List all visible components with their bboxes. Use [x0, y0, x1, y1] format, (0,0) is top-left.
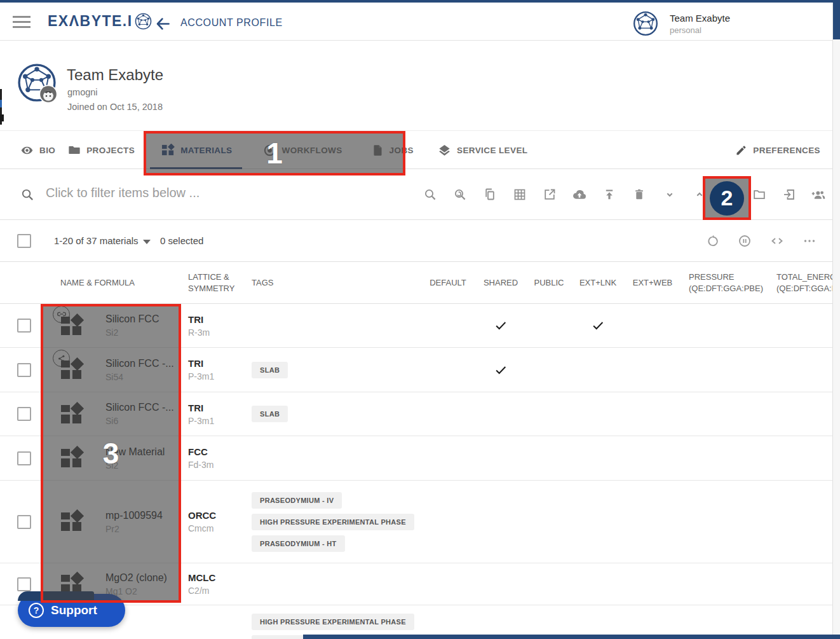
- lattice-type: ORCC: [188, 510, 242, 521]
- check-icon: [494, 319, 508, 333]
- tag-chip: HIGH PRESSURE EXPERIMENTAL PHASE: [252, 614, 414, 630]
- col-pressure[interactable]: PRESSURE (QE:DFT:GGA:PBE): [682, 271, 769, 294]
- col-default[interactable]: DEFAULT: [420, 277, 476, 289]
- search-icon[interactable]: [422, 186, 438, 203]
- annotation-number: 1: [266, 136, 283, 170]
- col-shared[interactable]: SHARED: [476, 277, 525, 289]
- tab-projects[interactable]: PROJECTS: [68, 144, 135, 156]
- account-avatar: [633, 11, 658, 36]
- annotation-number: 2: [721, 186, 733, 210]
- shared-check: [476, 304, 525, 347]
- scrollbar-thumb[interactable]: [833, 3, 840, 39]
- filter-input[interactable]: Click to filter items below ...: [46, 186, 200, 200]
- user-face-avatar: [39, 85, 58, 104]
- tag-chip-partial: [252, 635, 308, 639]
- add-group-icon[interactable]: [811, 186, 827, 203]
- search-again-icon[interactable]: [452, 186, 468, 203]
- tab-label: PROJECTS: [86, 146, 135, 155]
- account-menu[interactable]: Team Exabyte personal: [633, 11, 730, 36]
- pause-icon[interactable]: [737, 233, 752, 249]
- count-dropdown-caret-icon[interactable]: [143, 240, 151, 244]
- list-controls-row: 1-20 of 37 materials 0 selected: [0, 220, 832, 262]
- row-checkbox[interactable]: [17, 451, 31, 465]
- shared-check: [476, 348, 525, 392]
- scrollbar-track[interactable]: [832, 3, 840, 639]
- exit-to-app-icon[interactable]: [781, 186, 797, 203]
- col-ext-web[interactable]: EXT+WEB: [623, 277, 682, 289]
- account-type: personal: [670, 25, 730, 35]
- annotation-box-3: 3: [41, 304, 181, 603]
- lattice-type: FCC: [188, 446, 242, 457]
- lattice-type: TRI: [188, 402, 242, 413]
- tag-chip: HIGH PRESSURE EXPERIMENTAL PHASE: [252, 514, 414, 530]
- cloud-upload-icon[interactable]: [571, 186, 588, 203]
- row-checkbox[interactable]: [17, 515, 31, 529]
- tab-preferences[interactable]: PREFERENCES: [735, 144, 820, 156]
- row-checkbox[interactable]: [17, 577, 31, 591]
- table-header-row: NAME & FORMULA LATTICE & SYMMETRY TAGS D…: [0, 262, 832, 304]
- col-pressure-label: PRESSURE: [689, 271, 769, 283]
- tab-service-level[interactable]: SERVICE LEVEL: [438, 144, 527, 157]
- col-pressure-sub: (QE:DFT:GGA:PBE): [689, 283, 769, 294]
- row-checkbox[interactable]: [17, 319, 31, 333]
- hamburger-menu-icon[interactable]: [13, 16, 30, 31]
- upload-icon[interactable]: [601, 186, 618, 203]
- tag-chip: PRASEODYMIUM - HT: [252, 535, 345, 552]
- logo-text: EXΛBYTE.I: [48, 13, 133, 30]
- row-checkbox[interactable]: [17, 363, 31, 377]
- edge-artifact: [0, 100, 2, 107]
- chevron-down-icon[interactable]: [661, 186, 678, 203]
- profile-section: Team Exabyte gmogni Joined on Oct 15, 20…: [0, 41, 832, 130]
- col-energy-label: TOTAL_ENERGY: [776, 271, 832, 283]
- select-all-checkbox[interactable]: [17, 234, 31, 248]
- symmetry-group: Fd-3m: [188, 460, 242, 470]
- symmetry-group: R-3m: [188, 327, 242, 338]
- grid-view-icon[interactable]: [511, 186, 528, 203]
- search-icon: [20, 188, 35, 202]
- annotation-box-2: 2: [703, 176, 751, 220]
- check-icon: [591, 319, 605, 333]
- col-lattice-symmetry[interactable]: LATTICE & SYMMETRY: [181, 271, 242, 294]
- refresh-icon[interactable]: [706, 234, 721, 249]
- eye-icon: [20, 144, 34, 157]
- col-ext-lnk[interactable]: EXT+LNK: [572, 277, 623, 289]
- code-icon[interactable]: [769, 233, 785, 249]
- symmetry-group: Cmcm: [188, 523, 242, 533]
- folder-icon[interactable]: [751, 186, 768, 203]
- row-checkbox[interactable]: [17, 407, 31, 421]
- annotation-number: 3: [103, 436, 119, 471]
- logo-ball-icon: [135, 13, 152, 30]
- tab-label: BIO: [39, 146, 55, 155]
- lattice-type: TRI: [188, 358, 242, 369]
- account-profile-page: EXΛBYTE.I: [0, 0, 840, 639]
- tab-label: PREFERENCES: [753, 146, 820, 155]
- tag-chip: PRASEODYMIUM - IV: [252, 492, 342, 509]
- col-public[interactable]: PUBLIC: [525, 277, 572, 289]
- back-arrow-icon[interactable]: [154, 15, 172, 32]
- profile-name: Team Exabyte: [67, 66, 163, 84]
- col-name-formula[interactable]: NAME & FORMULA: [42, 277, 181, 289]
- layers-icon: [438, 144, 451, 157]
- col-energy-sub: (QE:DFT:GGA:PBE): [776, 283, 832, 294]
- lattice-type: MCLC: [188, 572, 242, 583]
- ext-lnk-check: [572, 304, 623, 347]
- profile-tabs: BIO PROJECTS MATERIALS WORKFLOWS: [0, 130, 832, 169]
- profile-joined-date: Joined on Oct 15, 2018: [67, 102, 163, 112]
- app-bar: EXΛBYTE.I: [0, 3, 832, 41]
- tag-chip: SLAB: [252, 362, 288, 378]
- delete-icon[interactable]: [631, 186, 647, 203]
- copy-icon[interactable]: [482, 186, 498, 203]
- materials-toolbar: [422, 169, 827, 220]
- col-total-energy[interactable]: TOTAL_ENERGY (QE:DFT:GGA:PBE): [769, 271, 832, 294]
- check-icon: [494, 363, 508, 377]
- edge-artifact: [0, 114, 4, 121]
- help-icon: ?: [29, 603, 44, 618]
- profile-username: gmogni: [67, 87, 98, 97]
- tab-bio[interactable]: BIO: [20, 144, 55, 157]
- open-in-new-icon[interactable]: [541, 186, 558, 203]
- col-tags[interactable]: TAGS: [242, 277, 420, 289]
- more-icon[interactable]: [802, 233, 817, 249]
- exabyte-logo[interactable]: EXΛBYTE.I: [48, 13, 152, 30]
- bottom-bar: [303, 635, 840, 639]
- symmetry-group: P-3m1: [188, 416, 242, 426]
